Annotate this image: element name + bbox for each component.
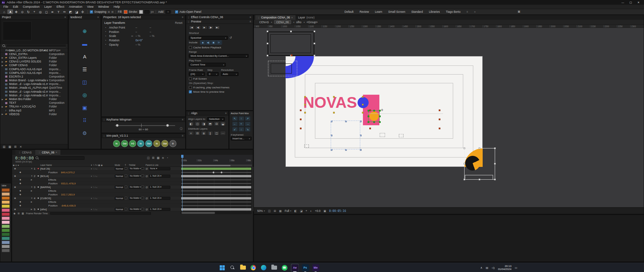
current-time-indicator[interactable] <box>182 155 182 211</box>
text-handle[interactable] <box>333 112 335 114</box>
snap-option-icon[interactable]: ⊞ <box>108 10 110 13</box>
twirl-icon[interactable]: ▶ <box>2 105 4 108</box>
panel-menu-icon[interactable]: ≡ <box>250 20 251 23</box>
label-color-chip[interactable] <box>37 186 39 188</box>
play-from-dropdown[interactable]: Current Time▾ <box>189 63 226 66</box>
frame-rate-dropdown[interactable]: (24)▾ <box>189 72 205 76</box>
wingman-tab[interactable]: Keyframe Wingman <box>106 118 131 121</box>
draft-3d-icon[interactable]: ▦ <box>157 156 159 160</box>
panel-menu-icon[interactable]: ≡ <box>182 118 183 121</box>
parent-dropdown[interactable]: 1. Null 26 ▾ <box>149 175 170 178</box>
label-color-swatch[interactable] <box>2 241 10 244</box>
track-matte-dropdown[interactable]: No Matte ▾ <box>129 197 141 200</box>
label-color-swatch[interactable] <box>2 237 10 240</box>
menu-effect[interactable]: Effect <box>54 5 67 8</box>
label-color-chip[interactable] <box>37 168 39 170</box>
layer-duration-bar[interactable] <box>181 186 251 188</box>
distribute-top-icon[interactable]: ≡ <box>188 131 194 135</box>
trim-out-button[interactable]: Out <box>161 140 168 147</box>
trim-in-button[interactable]: In <box>137 140 144 147</box>
project-item[interactable]: ▶ ▰ CENAS LAYERS SOLIDS Folder <box>0 60 68 63</box>
anchor-top-right[interactable]: ↗ <box>245 116 251 121</box>
blend-mode-dropdown[interactable]: Normal <box>115 167 124 170</box>
panel-menu-icon[interactable]: ≡ <box>64 16 66 19</box>
preserve-transparency-checkbox[interactable] <box>125 167 127 170</box>
last-frame-button[interactable]: ▶| <box>214 26 220 30</box>
eye-icon[interactable]: ◉ <box>14 208 16 211</box>
project-item[interactable]: ▤ COMPILADO AULAS.mp4 Importe... <box>0 71 68 75</box>
menu-help[interactable]: Help <box>111 5 122 8</box>
rect-handle[interactable] <box>314 43 315 44</box>
workspace-small-screen[interactable]: Small Screen <box>388 10 406 13</box>
gear-icon[interactable]: ⚙ <box>83 130 87 136</box>
project-item[interactable]: ▤ Motion ..imada v1_ALPHA.mp4.mov QuickT… <box>0 86 68 90</box>
panel-menu-icon[interactable]: ≡ <box>182 134 183 137</box>
matte-toggle-checkbox[interactable] <box>142 175 144 177</box>
grid-icon[interactable]: ⊞ <box>274 209 276 213</box>
user-account[interactable]: Tiago Berto <box>446 10 461 13</box>
circle-handle[interactable] <box>373 110 375 111</box>
move-time-checkbox[interactable]: Move time to preview time <box>189 90 250 93</box>
eye-icon[interactable]: ◉ <box>14 186 16 188</box>
caching-checkbox[interactable]: If caching, play cached frames <box>189 86 250 89</box>
timeline-tab-cenas[interactable]: ⣿CENAS <box>15 150 35 155</box>
rect-handle[interactable] <box>314 55 315 56</box>
keyframe-nav-icon[interactable]: ◆ <box>19 178 21 181</box>
include-audio-icon[interactable]: ◀) <box>206 41 211 44</box>
brush-tool[interactable]: ✏ <box>62 9 67 14</box>
timeline-search[interactable] <box>34 156 85 160</box>
olho-handle[interactable] <box>464 179 465 180</box>
align-tab[interactable]: Align <box>191 111 197 115</box>
workspace-libraries[interactable]: Libraries <box>429 10 440 13</box>
matte-toggle-checkbox[interactable] <box>142 167 144 170</box>
rect-handle[interactable] <box>267 43 268 44</box>
trim-out-button[interactable]: Out <box>121 140 128 147</box>
lines-icon[interactable]: ☰ <box>83 66 87 73</box>
track-area[interactable] <box>180 167 252 211</box>
anchor-left[interactable]: ← <box>232 122 238 126</box>
circle-handle[interactable] <box>379 110 381 111</box>
auto-open-panel-toggle[interactable]: Auto-Open Panel <box>175 10 201 13</box>
exposure-icon[interactable]: ◐ <box>310 209 312 213</box>
minimize-button[interactable]: — <box>622 1 624 4</box>
snap-option2-icon[interactable]: ⊞ <box>111 10 114 13</box>
olho-handle[interactable] <box>494 179 496 180</box>
distribute-hcenter-icon[interactable]: ◫ <box>214 131 219 135</box>
exposure-value[interactable]: +0.0 <box>315 209 321 213</box>
group-handle[interactable] <box>439 119 440 120</box>
range-dropdown[interactable]: Work Area Extended By Current...▾ <box>189 54 249 58</box>
keyframe-nav-icon[interactable]: ◆ <box>19 182 21 185</box>
close-button[interactable]: ✕ <box>637 1 640 4</box>
anchor-top[interactable]: ↑ <box>238 116 244 121</box>
add-circle-icon[interactable]: ⊕ <box>83 28 87 34</box>
anchor-point-gizmo[interactable]: + <box>381 107 383 112</box>
rectangle-icon[interactable]: ▬ <box>82 41 87 47</box>
group-handle[interactable] <box>300 109 302 111</box>
eye-icon[interactable]: ◉ <box>14 175 16 177</box>
region-of-interest-icon[interactable]: ◧ <box>294 209 297 213</box>
twirl-icon[interactable]: ▶ <box>2 98 4 100</box>
frame-blending-icon[interactable]: ≋ <box>162 156 164 160</box>
keyframe-nav-icon[interactable]: ◆ <box>19 200 21 203</box>
circle-handle[interactable] <box>368 121 369 123</box>
olho-handle[interactable] <box>494 163 496 165</box>
selection-tool[interactable]: ➤ <box>7 9 13 14</box>
project-item[interactable]: ▶ ▰ Motion Bro Folder Folder <box>0 97 68 101</box>
stopwatch-icon[interactable]: ◔ <box>105 35 109 38</box>
photoshop[interactable]: Ps <box>301 264 309 272</box>
stopwatch-icon[interactable]: ◔ <box>105 30 109 33</box>
menu-composition[interactable]: Composition <box>20 5 42 8</box>
label-color-swatch[interactable] <box>2 217 10 220</box>
label-color-swatch[interactable] <box>2 225 10 228</box>
cube-icon[interactable]: ◫ <box>82 79 87 85</box>
label-color-swatch[interactable] <box>2 192 10 196</box>
slider-handle-right[interactable] <box>166 124 169 127</box>
text-handle[interactable] <box>362 104 364 105</box>
comp-button-icon[interactable]: ◉ <box>13 212 15 215</box>
new-folder-icon[interactable]: ▦ <box>8 145 11 148</box>
anchor-bottom-left[interactable]: ↙ <box>232 127 238 132</box>
twirl-icon[interactable]: ▶ <box>2 64 4 66</box>
label-color-chip[interactable] <box>37 175 39 177</box>
stopwatch-icon[interactable]: ◔ <box>105 43 109 46</box>
keyframe-nav-icon[interactable]: ◆ <box>19 189 21 192</box>
